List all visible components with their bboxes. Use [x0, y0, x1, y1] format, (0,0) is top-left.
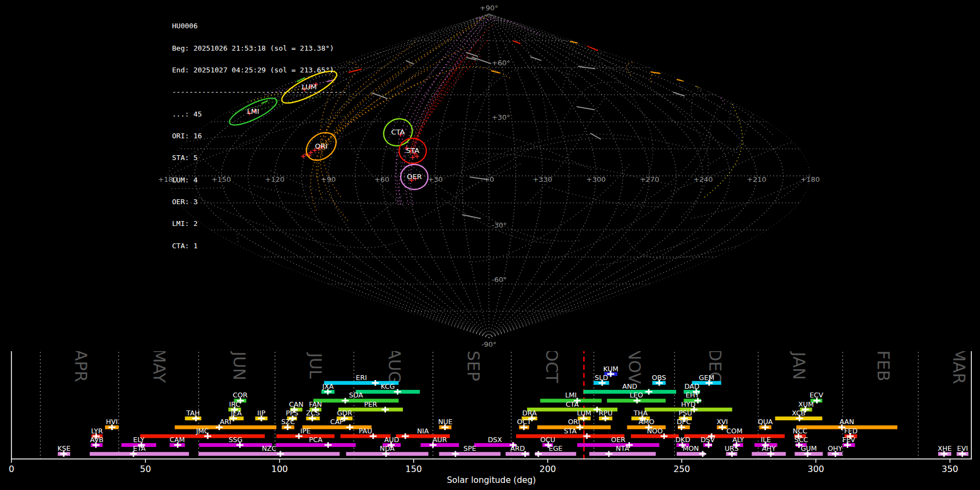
meteor-segment [471, 57, 491, 64]
shower-peak-marker-ege [535, 451, 542, 457]
shower-bar-pca [276, 443, 356, 447]
trail-sporadic [414, 38, 709, 217]
shower-peak-marker-spe [452, 451, 459, 457]
shower-bar-sta [516, 434, 624, 438]
x-axis-tick-label: 50 [140, 464, 151, 474]
trail-sporadic [634, 104, 722, 208]
graticule-meridian [436, 14, 489, 338]
shower-bar-pau [340, 434, 390, 438]
pole-bottom-label: -90° [481, 340, 497, 348]
x-axis-tick-label: 150 [405, 464, 422, 474]
shower-peak-marker-nta [605, 451, 612, 457]
shower-peak-marker-per [382, 407, 389, 412]
equator-longitude-label: +240 [693, 175, 713, 183]
meteor-segment [577, 107, 595, 110]
shower-bar-label-psu: PSU [679, 409, 693, 417]
shower-bar-label-gem: GEM [699, 373, 714, 382]
shower-bar-label-noo: NOO [647, 427, 663, 435]
shower-bar-label-ncc: NCC [793, 427, 807, 435]
sky-map: +180+150+120+90+60+30+0+330+300+270+240+… [0, 0, 980, 351]
shower-bar-label-sta: STA [564, 427, 577, 435]
shower-bar-label-sda: SDA [349, 391, 363, 399]
observation-info-panel: HU0006 Beg: 20251026 21:53:18 (sol = 213… [172, 8, 347, 264]
count-oer: OER: 3 [172, 198, 347, 205]
equator-longitude-label: +210 [747, 175, 767, 183]
trail-sporadic [461, 128, 591, 169]
shower-bar-label-cta: CTA [566, 400, 579, 408]
x-axis-tick-label: 350 [941, 464, 958, 474]
meteor-segment [570, 41, 578, 43]
latitude-label: -30° [492, 221, 507, 229]
shower-bar-label-dsv: DSV [701, 436, 715, 444]
x-axis-tick-label: 300 [807, 464, 824, 474]
shower-bar-label-jmc: JMC [195, 427, 209, 435]
trail-sta [409, 56, 480, 151]
shower-bar-jmc [140, 434, 265, 438]
meteor-segment [530, 57, 542, 60]
count-lmi: LMI: 2 [172, 220, 347, 227]
shower-bar-label-gum: GUM [801, 444, 817, 452]
shower-bar-label-nta: NTA [616, 444, 629, 452]
trail-sporadic [279, 36, 774, 136]
equator-longitude-label: +270 [640, 175, 659, 183]
equator-longitude-label: +300 [586, 175, 606, 183]
shower-bar-label-eta: ETA [133, 444, 146, 452]
month-label-may: MAY [150, 351, 169, 383]
trail-sporadic [525, 34, 567, 139]
shower-bar-label-ahy: AHY [762, 444, 776, 452]
latitude-label: +30° [492, 113, 510, 121]
trail-sporadic [548, 187, 663, 207]
shower-bar-label-fev: FEV [842, 436, 855, 444]
meteor-segment [462, 215, 481, 218]
shower-bar-nzc [199, 452, 340, 456]
shower-bar-label-tah: TAH [186, 409, 200, 417]
month-label-jan: JAN [789, 351, 808, 380]
meteor-radiant-plot-screen: HU0006 Beg: 20251026 21:53:18 (sol = 213… [0, 0, 980, 490]
shower-peak-marker-nia [402, 433, 409, 439]
shower-peak-marker-and [645, 389, 652, 394]
shower-bar-label-spe: SPE [463, 444, 476, 452]
trail-sporadic [384, 144, 579, 241]
shower-bar-dsx [474, 443, 516, 447]
end-time: End: 20251027 04:25:29 (sol = 213.65°) [172, 66, 347, 74]
shower-bar-label-pca: PCA [309, 436, 323, 444]
trail-sporadic [566, 53, 580, 88]
shower-bar-label-nia: NIA [417, 427, 429, 435]
month-label-mar: MAR [950, 351, 969, 384]
shower-bar-kcg [356, 390, 420, 394]
equator-longitude-label: +330 [532, 175, 552, 183]
shower-bar-label-xcb: XCB [792, 409, 805, 417]
meteor-segment [355, 52, 363, 55]
shower-peak-marker-eri [372, 380, 379, 385]
trail-sta [415, 48, 473, 151]
shower-bar-label-nzc: NZC [262, 444, 277, 452]
trail-sporadic [414, 146, 535, 222]
shower-bar-nta [589, 452, 656, 456]
month-label-nov: NOV [625, 351, 644, 384]
x-axis-tick-label: 200 [540, 464, 556, 474]
divider-line: ----------------------------------------… [172, 88, 347, 95]
activity-row-violet: KSEETANZCNDASPEARDEGENTAMONURSAHYGUMOHYX… [58, 444, 969, 457]
trail-sporadic [452, 42, 509, 225]
trail-sporadic [561, 65, 644, 96]
trail-sporadic [667, 118, 737, 153]
count-lum: LUM: 4 [172, 176, 347, 183]
shower-bar-label-com: COM [726, 427, 742, 435]
shower-bar-label-nda: NDA [380, 444, 395, 452]
shower-bar-label-lmi: LMI [565, 391, 577, 399]
shower-bar-label-oer: OER [611, 436, 626, 444]
activity-timeline-chart: APRMAYJUNJULAUGSEPOCTNOVDECJANFEBMARKUME… [0, 351, 980, 490]
shower-ellipse-label-cta: CTA [391, 128, 405, 136]
shower-bar-label-dra: DRA [522, 409, 537, 417]
shower-bar-ipe [277, 434, 335, 438]
shower-bar-spe [439, 452, 501, 456]
equator-longitude-label: +30 [428, 175, 443, 183]
trail-ori [317, 72, 658, 144]
shower-bar-label-kcg: KCG [381, 382, 395, 390]
trail-sporadic [538, 133, 710, 263]
shower-bar-label-pau: PAU [359, 427, 372, 435]
timeline-root: APRMAYJUNJULAUGSEPOCTNOVDECJANFEBMARKUME… [9, 351, 971, 485]
latitude-label: +60° [492, 59, 510, 67]
shower-bar-label-aly: ALY [732, 436, 744, 444]
shower-bar-label-dsx: DSX [488, 436, 503, 444]
